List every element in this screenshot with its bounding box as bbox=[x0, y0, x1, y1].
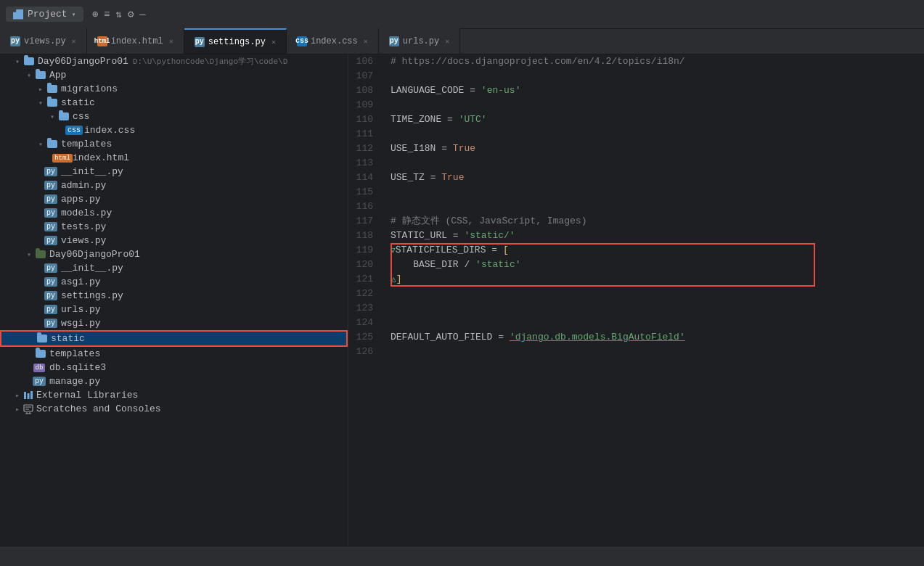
static-root-folder-icon bbox=[36, 334, 48, 344]
tab-label-views: views.py bbox=[24, 36, 66, 46]
arrow-static-app bbox=[35, 99, 46, 107]
init-day06-label: __init__.py bbox=[61, 263, 123, 274]
apps-icon: py bbox=[46, 194, 58, 205]
sidebar-item-urls[interactable]: py urls.py bbox=[0, 303, 348, 316]
asgi-icon: py bbox=[46, 277, 58, 287]
sidebar-item-apps[interactable]: py apps.py bbox=[0, 192, 348, 206]
sidebar-item-index-css[interactable]: css index.css bbox=[0, 123, 348, 137]
urls-icon: py bbox=[46, 305, 58, 315]
init-app-label: __init__.py bbox=[61, 166, 123, 177]
index-html-icon: html bbox=[58, 153, 70, 163]
code-line-120: 120 BASE_DIR / 'static' bbox=[348, 258, 924, 272]
tab-close-views[interactable]: ✕ bbox=[72, 37, 76, 46]
tab-label-settings: settings.py bbox=[208, 37, 266, 47]
db-label: db.sqlite3 bbox=[49, 362, 106, 373]
tab-settings[interactable]: py settings.py ✕ bbox=[184, 28, 287, 54]
svg-rect-3 bbox=[24, 405, 33, 411]
templates-root-folder-icon bbox=[35, 349, 46, 359]
sidebar-item-admin[interactable]: py admin.py bbox=[0, 179, 348, 192]
sidebar-item-index-html[interactable]: html index.html bbox=[0, 151, 348, 165]
css-label: css bbox=[73, 111, 89, 122]
sidebar-item-wsgi[interactable]: py wsgi.py bbox=[0, 316, 348, 330]
code-line-113: 113 bbox=[348, 156, 924, 171]
day06-folder-icon bbox=[35, 250, 46, 260]
code-line-110: 110 TIME_ZONE = 'UTC' bbox=[348, 112, 924, 127]
sidebar-item-migrations[interactable]: migrations bbox=[0, 82, 348, 96]
root-folder-icon bbox=[23, 57, 35, 67]
code-line-124: 124 bbox=[348, 316, 924, 330]
tab-urls[interactable]: py urls.py ✕ bbox=[379, 28, 460, 54]
arrow-root bbox=[12, 57, 23, 66]
tab-icon-index-css: css bbox=[297, 36, 307, 46]
sidebar-item-css[interactable]: css bbox=[0, 110, 348, 123]
tab-icon-urls: py bbox=[389, 36, 399, 46]
tab-close-urls[interactable]: ✕ bbox=[445, 37, 449, 46]
sidebar-item-tests[interactable]: py tests.py bbox=[0, 220, 348, 234]
app-label: App bbox=[49, 70, 66, 81]
sidebar-item-external-libraries[interactable]: External Libraries bbox=[0, 388, 348, 402]
templates-root-label: templates bbox=[49, 348, 100, 359]
sidebar-item-templates-app[interactable]: templates bbox=[0, 137, 348, 151]
views-app-label: views.py bbox=[61, 235, 106, 246]
ext-libs-label: External Libraries bbox=[36, 390, 138, 401]
tab-label-index-html: index.html bbox=[111, 36, 163, 46]
tab-close-settings[interactable]: ✕ bbox=[271, 38, 276, 46]
migrations-folder-icon bbox=[46, 84, 58, 94]
tests-label: tests.py bbox=[61, 221, 106, 232]
tab-close-index-html[interactable]: ✕ bbox=[169, 37, 173, 46]
globe-icon[interactable]: ⊕ bbox=[92, 8, 98, 20]
svg-rect-1 bbox=[28, 393, 30, 399]
sidebar-item-models[interactable]: py models.py bbox=[0, 206, 348, 220]
sidebar-item-init-day06[interactable]: py __init__.py bbox=[0, 261, 348, 275]
top-bar-icons: ⊕ ≡ ⇅ ⚙ — bbox=[92, 8, 146, 20]
index-html-label: index.html bbox=[73, 152, 129, 163]
code-line-117: 117 # 静态文件 (CSS, JavaScript, Images) bbox=[348, 214, 924, 229]
sidebar-item-views-app[interactable]: py views.py bbox=[0, 234, 348, 247]
sidebar-item-root[interactable]: Day06DjangoPro01 D:\U\pythonCode\Django学… bbox=[0, 54, 348, 68]
code-editor[interactable]: 106 # https://docs.djangoproject.com/en/… bbox=[348, 54, 924, 546]
tab-label-index-css: index.css bbox=[311, 36, 358, 46]
arrow-migrations bbox=[35, 85, 46, 94]
wsgi-label: wsgi.py bbox=[61, 318, 101, 329]
code-line-123: 123 bbox=[348, 301, 924, 316]
minimize-icon[interactable]: — bbox=[139, 9, 145, 20]
sidebar-item-db[interactable]: db db.sqlite3 bbox=[0, 361, 348, 374]
day06-label: Day06DjangoPro01 bbox=[49, 249, 140, 260]
static-app-label: static bbox=[61, 97, 95, 108]
db-icon: db bbox=[35, 363, 46, 373]
dropdown-arrow: ▾ bbox=[72, 10, 76, 19]
sidebar-item-static-root[interactable]: static bbox=[0, 330, 348, 347]
list-icon[interactable]: ≡ bbox=[104, 9, 110, 20]
arrow-app bbox=[23, 71, 35, 80]
tab-close-index-css[interactable]: ✕ bbox=[364, 37, 368, 46]
arrow-templates-app bbox=[35, 140, 46, 149]
sidebar-item-templates-root[interactable]: templates bbox=[0, 347, 348, 361]
index-css-label: index.css bbox=[84, 125, 135, 136]
sidebar-item-settings[interactable]: py settings.py bbox=[0, 289, 348, 303]
sidebar-item-app[interactable]: App bbox=[0, 68, 348, 82]
sidebar-item-scratches[interactable]: Scratches and Consoles bbox=[0, 402, 348, 416]
tests-icon: py bbox=[46, 222, 58, 232]
code-line-106: 106 # https://docs.djangoproject.com/en/… bbox=[348, 54, 924, 69]
sort-icon[interactable]: ⇅ bbox=[115, 8, 121, 20]
init-app-icon: py bbox=[46, 167, 58, 177]
tab-icon-views: py bbox=[10, 36, 20, 46]
project-label: Project bbox=[28, 9, 68, 20]
tab-icon-settings: py bbox=[195, 37, 205, 47]
sidebar-item-day06[interactable]: Day06DjangoPro01 bbox=[0, 247, 348, 261]
sidebar-item-static-app[interactable]: static bbox=[0, 96, 348, 110]
scratches-icon bbox=[23, 404, 33, 414]
tab-views[interactable]: py views.py ✕ bbox=[0, 28, 87, 54]
sidebar-item-asgi[interactable]: py asgi.py bbox=[0, 275, 348, 289]
tab-index-css[interactable]: css index.css ✕ bbox=[287, 28, 379, 54]
sidebar-item-init-app[interactable]: py __init__.py bbox=[0, 165, 348, 179]
tab-index-html[interactable]: html index.html ✕ bbox=[87, 28, 184, 54]
sidebar: Day06DjangoPro01 D:\U\pythonCode\Django学… bbox=[0, 54, 348, 546]
gear-icon[interactable]: ⚙ bbox=[128, 8, 134, 20]
ext-libs-icon bbox=[23, 390, 33, 401]
templates-app-folder-icon bbox=[46, 139, 58, 149]
urls-label: urls.py bbox=[61, 304, 101, 315]
project-dropdown[interactable]: Project ▾ bbox=[6, 7, 83, 22]
sidebar-item-manage[interactable]: py manage.py bbox=[0, 374, 348, 388]
index-css-icon: css bbox=[70, 126, 81, 136]
